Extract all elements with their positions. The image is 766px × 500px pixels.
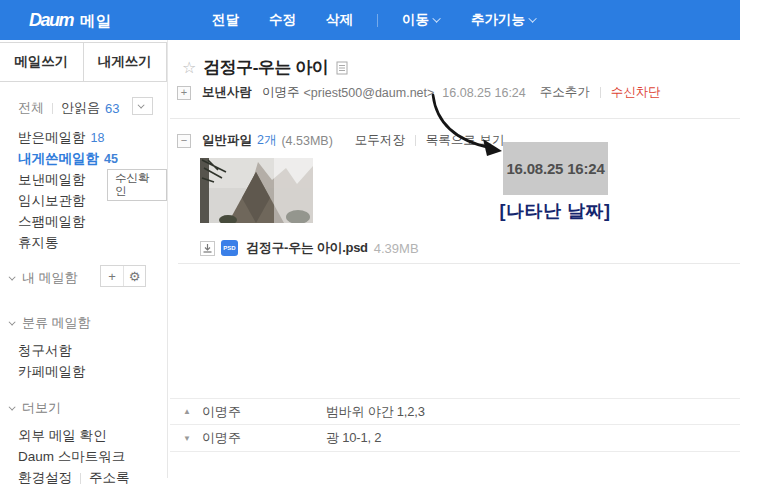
collapse-attachments-button[interactable]: − <box>177 134 191 148</box>
chevron-down-icon <box>138 101 145 108</box>
folder-count: 45 <box>104 152 118 166</box>
download-icon[interactable] <box>200 241 215 256</box>
delete-button[interactable]: 삭제 <box>324 11 355 29</box>
chevron-down-icon <box>528 14 536 22</box>
extras-menu-label: 추가기능 <box>471 11 525 29</box>
folder-label: 임시보관함 <box>18 192 86 210</box>
sender-row: + 보낸사람 이명주 <priest500@daum.net> 16.08.25… <box>177 84 661 101</box>
sidebar-item-drafts[interactable]: 임시보관함 <box>18 190 167 211</box>
block-sender-link[interactable]: 수신차단 <box>611 84 661 101</box>
subject-row: ☆ 검정구-우는 아이 <box>182 56 348 79</box>
category-mailbox-items: 청구서함 카페메일함 <box>18 340 167 382</box>
toolbar-divider <box>377 14 378 27</box>
compose-mail-button[interactable]: 메일쓰기 <box>0 43 83 81</box>
chevron-down-icon <box>9 403 16 410</box>
sidebar-item-spam[interactable]: 스팸메일함 <box>18 211 167 232</box>
sidebar-item-sent-to-me[interactable]: 내게쓴메일함 45 <box>18 148 167 169</box>
more-section[interactable]: 더보기 <box>11 399 167 417</box>
mail-list-row[interactable]: ▼ 이명주 광 10-1, 2 <box>170 425 740 452</box>
mail-subject: 검정구-우는 아이 <box>203 56 328 79</box>
folder-label: 휴지통 <box>18 234 59 252</box>
compose-to-me-button[interactable]: 내게쓰기 <box>83 43 167 81</box>
chevron-down-icon <box>9 318 16 325</box>
sidebar: 메일쓰기 내게쓰기 전체 안읽음 63 받은메일함 18 내게쓴메일함 45 보… <box>0 40 168 478</box>
mail-list-row[interactable]: ▲ 이명주 범바위 야간 1,2,3 <box>170 398 740 425</box>
row-sender: 이명주 <box>202 403 326 421</box>
add-address-link[interactable]: 주소추가 <box>540 84 590 101</box>
attachment-file-row: PSD 검정구-우는 아이.psd 4.39MB <box>200 239 419 257</box>
save-all-link[interactable]: 모두저장 <box>355 132 405 149</box>
from-label: 보낸사람 <box>202 84 252 101</box>
folder-list: 받은메일함 18 내게쓴메일함 45 보낸메일함 수신확인 임시보관함 스팸메일… <box>18 127 167 253</box>
daum-mail-app: Daum 메일 전달 수정 삭제 이동 추가기능 메일쓰기 내게쓰기 전체 <box>0 0 766 500</box>
mail-toolbar: 전달 수정 삭제 이동 추가기능 <box>210 11 565 29</box>
filter-all-link[interactable]: 전체 <box>18 99 44 117</box>
folder-label: 받은메일함 <box>18 129 86 147</box>
more-items: 외부 메일 확인 Daum 스마트워크 <box>18 425 167 467</box>
contacts-link[interactable]: 주소록 <box>89 469 130 487</box>
sender-email: <priest500@daum.net> <box>304 86 435 100</box>
move-menu-button[interactable]: 이동 <box>400 11 443 29</box>
sidebar-item-smartwork[interactable]: Daum 스마트워크 <box>18 446 167 467</box>
daum-brand-text: Daum <box>29 10 73 31</box>
folder-count: 18 <box>91 131 105 145</box>
unread-count: 63 <box>105 101 119 116</box>
attachment-thumbnail-image[interactable] <box>200 158 313 223</box>
mailbox-tools: + ⚙ <box>100 265 146 287</box>
edit-button[interactable]: 수정 <box>267 11 298 29</box>
folder-label: 스팸메일함 <box>18 213 86 231</box>
sort-up-icon: ▲ <box>183 407 197 416</box>
extras-menu-button[interactable]: 추가기능 <box>469 11 539 29</box>
sidebar-item-sent[interactable]: 보낸메일함 수신확인 <box>18 169 167 190</box>
category-mailbox-section[interactable]: 분류 메일함 <box>11 314 167 332</box>
header-divider-line <box>170 118 740 119</box>
topbar: Daum 메일 전달 수정 삭제 이동 추가기능 <box>0 0 740 40</box>
view-as-list-link[interactable]: 목록으로 보기 <box>426 132 504 149</box>
attachment-total-size: (4.53MB) <box>281 134 332 148</box>
more-section-title: 더보기 <box>22 399 61 417</box>
mail-list: ▲ 이명주 범바위 야간 1,2,3 ▼ 이명주 광 10-1, 2 <box>170 398 740 452</box>
filter-unread-link[interactable]: 안읽음 <box>61 99 100 117</box>
footer-divider <box>80 473 81 484</box>
sidebar-item-cafe[interactable]: 카페메일함 <box>18 361 167 382</box>
mail-date: 16.08.25 16:24 <box>442 86 525 100</box>
mailbox-settings-gear-icon[interactable]: ⚙ <box>123 266 145 286</box>
attachment-divider-line <box>178 263 740 264</box>
star-icon[interactable]: ☆ <box>182 58 196 77</box>
add-mailbox-button[interactable]: + <box>101 266 123 286</box>
filter-divider <box>52 103 53 114</box>
sidebar-item-inbox[interactable]: 받은메일함 18 <box>18 127 167 148</box>
move-menu-label: 이동 <box>402 11 429 29</box>
chevron-down-icon <box>9 273 16 280</box>
category-mailbox-title: 분류 메일함 <box>22 314 91 332</box>
mail-filter-row: 전체 안읽음 63 <box>18 99 167 117</box>
chevron-down-icon <box>432 14 440 22</box>
compose-tabs: 메일쓰기 내게쓰기 <box>0 42 167 82</box>
sidebar-item-external-mail[interactable]: 외부 메일 확인 <box>18 425 167 446</box>
sidebar-item-trash[interactable]: 휴지통 <box>18 232 167 253</box>
attachment-header-divider <box>415 135 416 146</box>
attachment-count: 2개 <box>257 132 276 149</box>
forward-button[interactable]: 전달 <box>210 11 241 29</box>
attachment-header: − 일반파일 2개 (4.53MB) 모두저장 목록으로 보기 <box>177 132 504 149</box>
annotation-caption: [나타난 날짜] <box>486 199 624 223</box>
attachment-label: 일반파일 <box>202 132 252 149</box>
my-mailbox-section[interactable]: 내 메일함 + ⚙ <box>11 269 167 287</box>
row-sender: 이명주 <box>202 429 326 447</box>
mail-product-text: 메일 <box>80 12 112 31</box>
row-subject: 범바위 야간 1,2,3 <box>326 403 425 421</box>
sender-name: 이명주 <box>262 84 300 101</box>
folder-label: 내게쓴메일함 <box>18 150 99 168</box>
daum-logo[interactable]: Daum 메일 <box>29 10 112 31</box>
psd-file-icon: PSD <box>221 240 238 256</box>
row-subject: 광 10-1, 2 <box>326 429 381 447</box>
sidebar-item-billing[interactable]: 청구서함 <box>18 340 167 361</box>
folder-collapse-button[interactable] <box>132 97 153 115</box>
expand-header-button[interactable]: + <box>177 86 191 100</box>
attachment-file-name[interactable]: 검정구-우는 아이.psd <box>246 239 368 257</box>
settings-link[interactable]: 환경설정 <box>18 469 72 487</box>
annotation-date-box: 16.08.25 16:24 <box>503 142 608 195</box>
mail-view: ☆ 검정구-우는 아이 + 보낸사람 이명주 <priest500@daum.n… <box>168 40 740 480</box>
sort-down-icon: ▼ <box>183 434 197 443</box>
copy-subject-icon[interactable] <box>336 61 348 75</box>
